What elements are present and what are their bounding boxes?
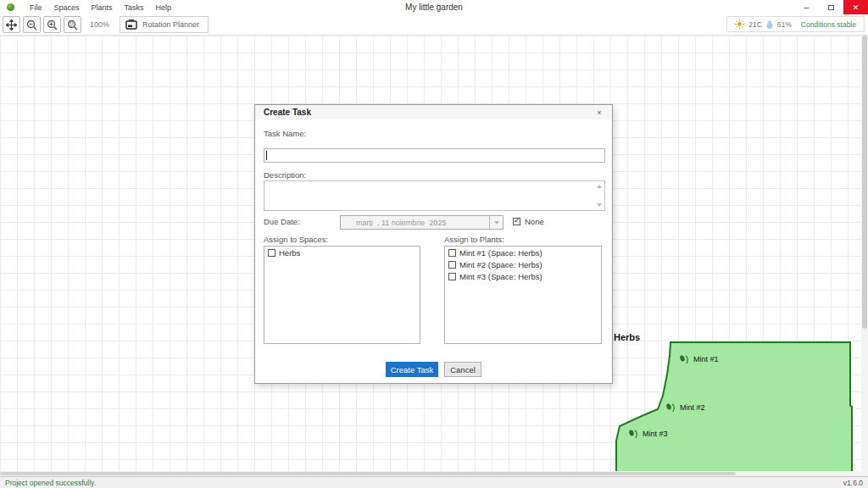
close-button[interactable]: ✕ bbox=[843, 0, 868, 14]
conditions-status: Conditions stable bbox=[801, 20, 856, 29]
chevron-down-icon bbox=[494, 221, 499, 225]
space-item-label: Herbs bbox=[279, 248, 300, 258]
menu-item[interactable]: File bbox=[25, 2, 47, 14]
pan-icon bbox=[6, 19, 17, 30]
plant-checkbox[interactable] bbox=[448, 261, 456, 269]
titlebar: FileSpacesPlantsTasksHelp My little gard… bbox=[0, 0, 868, 14]
humidity-value: 61% bbox=[777, 20, 792, 29]
create-task-button[interactable]: Create Task bbox=[386, 362, 438, 377]
assign-spaces-label: Assign to Spaces: bbox=[264, 235, 328, 244]
spaces-listbox[interactable]: Herbs bbox=[264, 246, 420, 344]
plant-label: Mint #1 bbox=[693, 355, 719, 363]
plant-list-item[interactable]: Mint #3 (Space: Herbs) bbox=[445, 270, 601, 282]
textarea-scrollbar[interactable] bbox=[594, 182, 604, 209]
window-controls: – ✕ bbox=[794, 0, 868, 14]
zoom-in-button[interactable] bbox=[43, 16, 61, 33]
plant-checkbox[interactable] bbox=[448, 273, 456, 280]
dialog-titlebar: Create Task × bbox=[255, 105, 612, 119]
zoom-fit-button[interactable] bbox=[64, 16, 81, 33]
menu-item[interactable]: Help bbox=[151, 2, 177, 14]
vertical-scrollbar-thumb[interactable] bbox=[862, 36, 867, 329]
task-name-label: Task Name: bbox=[264, 129, 306, 138]
cancel-button[interactable]: Cancel bbox=[444, 362, 481, 377]
due-date-label: Due Date: bbox=[264, 217, 300, 226]
create-task-dialog: Create Task × Task Name: Description: Du… bbox=[254, 104, 613, 384]
pan-tool-button[interactable] bbox=[3, 16, 20, 33]
maximize-button[interactable] bbox=[819, 0, 843, 14]
description-textarea[interactable] bbox=[264, 180, 605, 211]
vertical-scrollbar[interactable] bbox=[861, 36, 868, 471]
zoom-fit-icon bbox=[67, 19, 78, 30]
zoom-level: 100% bbox=[90, 20, 109, 29]
weather-panel: 21C 61% Conditions stable bbox=[726, 16, 865, 32]
dialog-title: Create Task bbox=[264, 108, 311, 117]
due-date-picker[interactable]: marți , 11 noiembrie 2025 bbox=[340, 215, 504, 230]
leaf-icon bbox=[627, 428, 641, 440]
menu-item[interactable]: Spaces bbox=[49, 2, 85, 14]
space-list-item[interactable]: Herbs bbox=[264, 247, 420, 258]
plant-list-item[interactable]: Mint #2 (Space: Herbs) bbox=[445, 258, 601, 270]
leaf-icon bbox=[678, 353, 692, 365]
plant-item-label: Mint #2 (Space: Herbs) bbox=[459, 260, 542, 269]
leaf-icon bbox=[665, 402, 678, 413]
plant-checkbox[interactable] bbox=[448, 249, 456, 257]
text-caret bbox=[266, 151, 267, 160]
dropdown-arrow[interactable] bbox=[489, 216, 503, 229]
rotation-planner-label: Rotation Planner bbox=[142, 20, 199, 29]
zoom-out-button[interactable] bbox=[23, 16, 41, 33]
plant-marker-mint-3[interactable]: Mint #3 bbox=[627, 428, 668, 440]
description-label: Description: bbox=[264, 170, 306, 180]
plant-item-label: Mint #1 (Space: Herbs) bbox=[459, 248, 542, 258]
statusbar: Project opened successfully. v1.6.0 bbox=[0, 476, 868, 488]
plants-listbox[interactable]: Mint #1 (Space: Herbs) Mint #2 (Space: H… bbox=[444, 246, 602, 344]
rotation-planner-button[interactable]: Rotation Planner bbox=[120, 16, 209, 33]
toolbar: 100% Rotation Planner 21C 61% Conditions… bbox=[0, 14, 868, 36]
herbs-space-polygon[interactable] bbox=[593, 332, 856, 471]
dialog-close-icon[interactable]: × bbox=[593, 108, 605, 117]
zoom-out-icon bbox=[26, 19, 37, 30]
plant-label: Mint #3 bbox=[643, 430, 668, 438]
plant-marker-mint-2[interactable]: Mint #2 bbox=[665, 402, 705, 413]
plant-label: Mint #2 bbox=[680, 403, 705, 412]
dialog-buttons: Create Task Cancel bbox=[255, 362, 612, 377]
menu-item[interactable]: Tasks bbox=[120, 2, 149, 14]
rotation-planner-icon bbox=[125, 19, 137, 30]
task-name-input[interactable] bbox=[264, 148, 605, 163]
none-checkbox[interactable] bbox=[513, 218, 520, 225]
humidity-droplet-icon bbox=[766, 19, 773, 29]
version-label: v1.6.0 bbox=[843, 479, 863, 487]
menu-item[interactable]: Plants bbox=[86, 2, 118, 14]
plant-marker-mint-1[interactable]: Mint #1 bbox=[678, 353, 719, 365]
sun-icon bbox=[735, 19, 744, 29]
menu-bar: FileSpacesPlantsTasksHelp bbox=[25, 2, 176, 14]
scroll-up-icon[interactable] bbox=[597, 185, 602, 188]
app-logo-icon bbox=[7, 3, 14, 11]
plant-list-item[interactable]: Mint #1 (Space: Herbs) bbox=[445, 247, 601, 258]
due-date-value: marți , 11 noiembrie 2025 bbox=[341, 219, 489, 227]
plant-item-label: Mint #3 (Space: Herbs) bbox=[459, 272, 542, 281]
maximize-icon bbox=[828, 5, 834, 10]
temperature-value: 21C bbox=[748, 20, 762, 29]
zoom-in-icon bbox=[47, 19, 58, 30]
none-checkbox-row[interactable]: None bbox=[513, 217, 544, 226]
none-label: None bbox=[525, 217, 544, 226]
space-label-herbs: Herbs bbox=[614, 332, 640, 342]
assign-plants-label: Assign to Plants: bbox=[444, 235, 504, 244]
scroll-down-icon[interactable] bbox=[597, 203, 602, 207]
horizontal-scrollbar-thumb[interactable] bbox=[0, 472, 736, 475]
minimize-button[interactable]: – bbox=[794, 0, 819, 14]
status-message: Project opened successfully. bbox=[5, 479, 96, 487]
space-checkbox[interactable] bbox=[268, 249, 275, 257]
